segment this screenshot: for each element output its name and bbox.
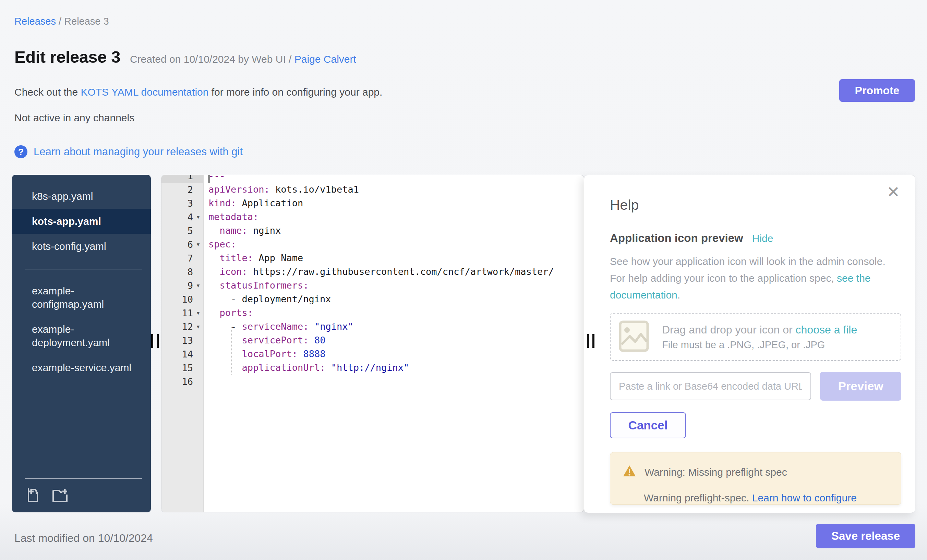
- breadcrumb-current: Release 3: [64, 16, 109, 27]
- yaml-editor[interactable]: 1234▾56▾789▾1011▾12▾13141516 ---apiVersi…: [161, 175, 584, 512]
- title-row: Edit release 3 Created on 10/10/2024 by …: [14, 47, 356, 67]
- kots-yaml-doc-link[interactable]: KOTS YAML documentation: [81, 87, 208, 98]
- gutter-line-number[interactable]: 12▾: [161, 320, 203, 334]
- code-line[interactable]: statusInformers:: [204, 279, 584, 292]
- gutter-line-number[interactable]: 2: [161, 183, 203, 196]
- gutter-line-number[interactable]: 14: [161, 347, 203, 361]
- doc-hint-suffix: for more info on configuring your app.: [208, 87, 382, 98]
- choose-file-link[interactable]: choose a file: [796, 323, 857, 336]
- code-line[interactable]: - deployment/nginx: [204, 292, 584, 306]
- created-info: Created on 10/10/2024 by Web UI / Paige …: [130, 53, 356, 65]
- code-line[interactable]: applicationUrl: "http://nginx": [204, 361, 584, 375]
- fold-arrow-icon: ▾: [193, 214, 203, 221]
- file-tree-item[interactable]: example-configmap.yaml: [25, 278, 142, 317]
- gutter-rows: 1234▾56▾789▾1011▾12▾13141516: [161, 175, 203, 388]
- icon-preview-title: Application icon preview: [610, 232, 743, 245]
- file-tree-item[interactable]: kots-config.yaml: [12, 234, 151, 259]
- created-text: Created on 10/10/2024 by Web UI /: [130, 53, 295, 65]
- new-folder-icon[interactable]: [52, 487, 68, 503]
- gutter-line-number[interactable]: 11▾: [161, 306, 203, 320]
- indent-guide: [231, 327, 232, 375]
- icon-dropzone[interactable]: Drag and drop your icon or choose a file…: [610, 313, 901, 361]
- last-modified: Last modified on 10/10/2024: [14, 532, 153, 545]
- code-line[interactable]: icon: https://raw.githubusercontent.com/…: [204, 265, 584, 279]
- fold-arrow-icon: ▾: [193, 310, 203, 317]
- gutter-line-number[interactable]: 8: [161, 265, 203, 279]
- gutter-line-number[interactable]: 16: [161, 375, 203, 388]
- code-line[interactable]: name: nginx: [204, 224, 584, 238]
- breadcrumb: Releases / Release 3: [14, 16, 109, 27]
- warning-text: Warning: Missing preflight spec: [644, 466, 787, 478]
- author-link[interactable]: Paige Calvert: [295, 53, 356, 65]
- help-panel: ✕ Help Application icon preview Hide See…: [584, 175, 915, 513]
- gutter-line-number[interactable]: 10: [161, 292, 203, 306]
- fold-arrow-icon: ▾: [193, 282, 203, 289]
- code-line[interactable]: ports:: [204, 306, 584, 320]
- help-title: Help: [610, 197, 901, 213]
- editor-code: ---apiVersion: kots.io/v1beta1kind: Appl…: [204, 175, 584, 388]
- dropzone-prefix: Drag and drop your icon or: [662, 323, 796, 336]
- new-file-icon[interactable]: [26, 487, 40, 503]
- warning-icon: [623, 465, 636, 480]
- breadcrumb-separator: /: [56, 16, 64, 27]
- preview-button[interactable]: Preview: [820, 372, 901, 401]
- sidebar-resize-handle[interactable]: [151, 334, 159, 348]
- gutter-line-number[interactable]: 1: [161, 175, 203, 183]
- configure-link[interactable]: Learn how to configure: [752, 492, 857, 504]
- question-circle-icon: ?: [14, 145, 27, 158]
- gutter-line-number[interactable]: 15: [161, 361, 203, 375]
- image-placeholder-icon: [618, 320, 650, 354]
- code-line[interactable]: localPort: 8888: [204, 347, 584, 361]
- file-sidebar: k8s-app.yamlkots-app.yamlkots-config.yam…: [12, 175, 151, 512]
- file-tree-item[interactable]: example-service.yaml: [25, 355, 142, 380]
- fold-arrow-icon: ▾: [193, 241, 203, 248]
- editor-gutter: 1234▾56▾789▾1011▾12▾13141516: [161, 175, 204, 512]
- close-icon[interactable]: ✕: [886, 184, 900, 200]
- code-line[interactable]: ---: [204, 175, 584, 183]
- channel-status: Not active in any channels: [14, 112, 134, 124]
- warning-detail: Warning preflight-spec. Learn how to con…: [623, 490, 891, 505]
- file-tree-item[interactable]: example-deployment.yaml: [25, 317, 142, 355]
- promote-button[interactable]: Promote: [839, 79, 915, 102]
- code-line[interactable]: title: App Name: [204, 251, 584, 265]
- preflight-warning: Warning: Missing preflight spec Warning …: [610, 452, 901, 505]
- help-desc-suffix: .: [678, 289, 680, 300]
- gutter-line-number[interactable]: 9▾: [161, 279, 203, 292]
- save-release-button[interactable]: Save release: [816, 524, 915, 548]
- warning-detail-text: Warning preflight-spec.: [644, 492, 752, 504]
- page-title: Edit release 3: [14, 47, 120, 67]
- dropzone-text: Drag and drop your icon or choose a file: [662, 323, 857, 336]
- edit-release-page: Releases / Release 3 Edit release 3 Crea…: [0, 0, 927, 560]
- dropzone-hint: File must be a .PNG, .JPEG, or .JPG: [662, 339, 857, 351]
- fold-arrow-icon: ▾: [193, 323, 203, 330]
- icon-url-input[interactable]: [610, 372, 811, 400]
- code-line[interactable]: kind: Application: [204, 196, 584, 210]
- code-line[interactable]: metadata:: [204, 210, 584, 224]
- file-tree-groups: k8s-app.yamlkots-app.yamlkots-config.yam…: [12, 184, 151, 380]
- code-line[interactable]: spec:: [204, 238, 584, 251]
- help-panel-resize-handle[interactable]: [587, 334, 594, 348]
- code-line[interactable]: [204, 375, 584, 388]
- breadcrumb-releases-link[interactable]: Releases: [14, 16, 56, 27]
- file-tree-item[interactable]: kots-app.yaml: [12, 209, 151, 234]
- gutter-line-number[interactable]: 5: [161, 224, 203, 238]
- code-line[interactable]: apiVersion: kots.io/v1beta1: [204, 183, 584, 196]
- file-tree-item[interactable]: k8s-app.yaml: [12, 184, 151, 209]
- doc-hint-prefix: Check out the: [14, 87, 81, 98]
- gutter-line-number[interactable]: 7: [161, 251, 203, 265]
- cancel-button[interactable]: Cancel: [610, 412, 686, 439]
- sidebar-actions: [25, 478, 142, 512]
- code-line[interactable]: servicePort: 80: [204, 334, 584, 347]
- hide-link[interactable]: Hide: [752, 233, 774, 244]
- gutter-line-number[interactable]: 13: [161, 334, 203, 347]
- gutter-line-number[interactable]: 6▾: [161, 238, 203, 251]
- doc-hint-row: Check out the KOTS YAML documentation fo…: [14, 87, 382, 98]
- help-description: See how your application icon will look …: [610, 253, 894, 303]
- editor-cursor: [208, 175, 210, 183]
- editor-code-area[interactable]: ---apiVersion: kots.io/v1beta1kind: Appl…: [204, 175, 584, 512]
- gutter-line-number[interactable]: 3: [161, 196, 203, 210]
- gutter-line-number[interactable]: 4▾: [161, 210, 203, 224]
- git-help-link[interactable]: ? Learn about managing your releases wit…: [14, 145, 243, 158]
- git-help-label: Learn about managing your releases with …: [33, 146, 243, 158]
- code-line[interactable]: - serviceName: "nginx": [204, 320, 584, 334]
